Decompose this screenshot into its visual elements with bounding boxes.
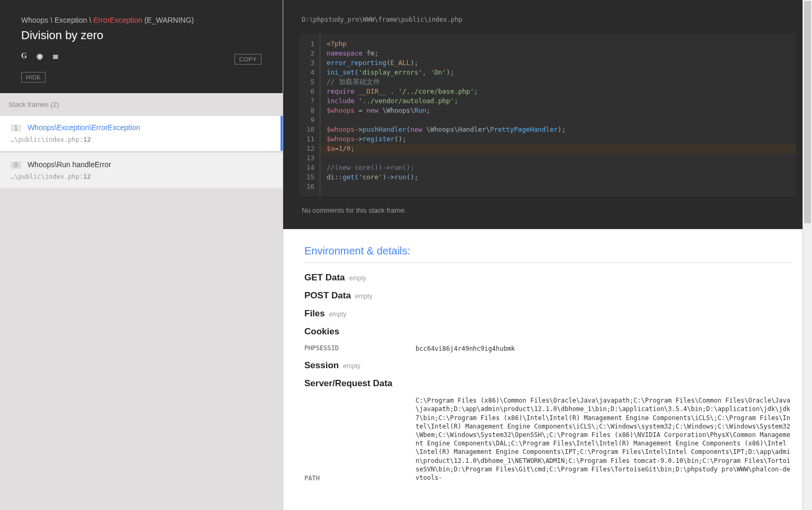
file-path: D:\phpstudy_pro\WWW\frame\public\index.p… [283,0,812,34]
code-block: 12345678910111213141516 <?php namespace … [299,34,796,197]
files-label: Files [304,308,325,319]
stack-frames-list: 1 Whoops\Exception\ErrorException …\publ… [0,116,283,510]
code-lines: <?php namespace fm; error_reporting(E_AL… [320,34,796,197]
stackoverflow-icon[interactable]: ≣ [52,52,59,60]
right-panel: D:\phpstudy_pro\WWW\frame\public\index.p… [283,0,812,510]
search-icons: G ◉ ≣ [21,52,59,60]
severity: (E_WARNING) [145,16,194,24]
crumb-1: Whoops [21,16,48,24]
frame-number: 0 [11,161,21,169]
kv-row: PATH C:\Program Files (x86)\Common Files… [304,389,791,482]
env-title: Environment & details: [304,245,791,263]
server-label: Server/Request Data [304,378,392,389]
frame-class: Whoops\Exception\ErrorException [28,123,140,132]
kv-val: bcc64vi86j4r49nhc9ig4hubmk [416,344,791,353]
hide-button[interactable]: HIDE [21,72,46,83]
get-data-label: GET Data [304,272,345,283]
empty-badge: empty [355,293,373,300]
line-gutter: 12345678910111213141516 [299,34,320,197]
frame-file: …\public\index.php:12 [11,173,274,180]
frame-class: Whoops\Run handleError [28,160,111,169]
frame-number: 1 [11,124,21,132]
env-details: Environment & details: GET Data empty PO… [283,229,812,510]
crumb-error: ErrorException [93,16,142,24]
empty-badge: empty [329,311,347,318]
kv-key: PATH [304,475,416,482]
empty-badge: empty [349,275,366,282]
exception-header: Whoops \ Exception \ ErrorException (E_W… [0,0,283,93]
stack-frames-title: Stack frames (2) [0,93,283,116]
stack-frame[interactable]: 0 Whoops\Run handleError …\public\index.… [0,153,283,188]
kv-key: PHPSESSID [304,344,416,353]
post-data-label: POST Data [304,290,351,301]
scrollbar-thumb[interactable] [804,1,811,223]
breadcrumb: Whoops \ Exception \ ErrorException (E_W… [21,16,261,24]
files-group: Files empty [304,308,791,319]
post-data-group: POST Data empty [304,290,791,301]
frame-file: …\public\index.php:12 [11,136,272,143]
server-group: Server/Request Data PATH C:\Program File… [304,378,791,482]
session-label: Session [304,360,339,371]
cookies-label: Cookies [304,326,339,337]
copy-button[interactable]: COPY [234,54,261,65]
session-group: Session empty [304,360,791,371]
get-data-group: GET Data empty [304,272,791,283]
google-icon[interactable]: G [21,52,27,60]
no-comments: No comments for this stack frame. [283,197,812,229]
left-panel: Whoops \ Exception \ ErrorException (E_W… [0,0,283,510]
exception-title: Division by zero [21,29,261,42]
stack-frame[interactable]: 1 Whoops\Exception\ErrorException …\publ… [0,116,283,151]
empty-badge: empty [343,362,360,370]
kv-val: C:\Program Files (x86)\Common Files\Orac… [416,396,791,482]
crumb-2: Exception [55,16,87,24]
duckduckgo-icon[interactable]: ◉ [37,52,43,60]
kv-row: PHPSESSID bcc64vi86j4r49nhc9ig4hubmk [304,337,791,353]
cookies-group: Cookies PHPSESSID bcc64vi86j4r49nhc9ig4h… [304,326,791,353]
scrollbar[interactable] [802,0,812,510]
